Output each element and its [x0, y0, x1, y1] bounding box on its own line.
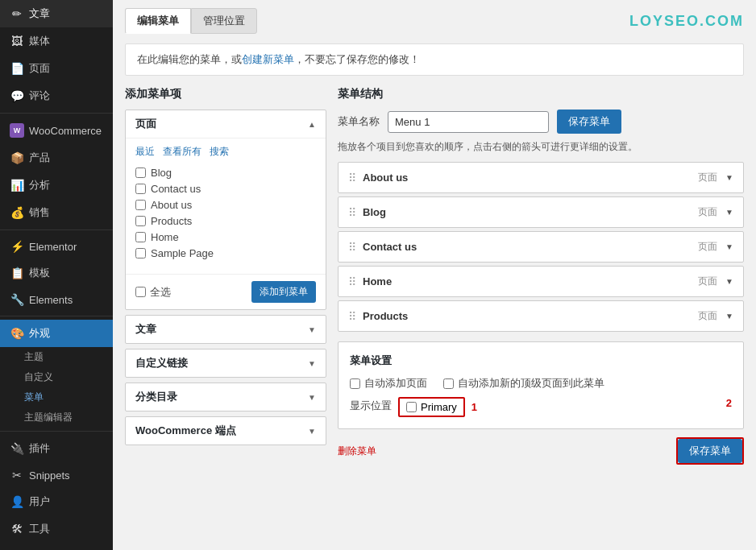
menu-name-input[interactable] [388, 111, 549, 133]
menu-footer: 删除菜单 保存菜单 [338, 437, 744, 465]
tab-manage-locations[interactable]: 管理位置 [191, 8, 257, 34]
posts-accordion-label: 文章 [135, 322, 156, 337]
sales-icon: 💰 [10, 206, 24, 219]
sidebar-item-settings[interactable]: ⚙ 设置 [0, 543, 113, 550]
menu-item-blog-toggle[interactable]: ▼ [725, 208, 733, 217]
menu-settings-title: 菜单设置 [350, 354, 732, 368]
sidebar-item-pages[interactable]: 📄 页面 [0, 55, 113, 82]
checkbox-sample-page-input[interactable] [135, 248, 146, 258]
sidebar-item-snippets[interactable]: ✂ Snippets [0, 462, 113, 488]
checkbox-blog[interactable]: Blog [135, 167, 316, 179]
custom-links-chevron: ▼ [308, 359, 316, 368]
checkbox-contact-us-label: Contact us [151, 183, 201, 195]
menu-item-about-us-toggle[interactable]: ▼ [725, 173, 733, 182]
plugins-icon: 🔌 [10, 442, 24, 455]
sidebar-item-sales[interactable]: 💰 销售 [0, 199, 113, 226]
checkbox-products[interactable]: Products [135, 215, 316, 227]
checkbox-products-input[interactable] [135, 216, 146, 226]
menu-item-products-type: 页面 [698, 309, 717, 323]
pages-tab-search[interactable]: 搜索 [210, 145, 229, 159]
sidebar-item-tools[interactable]: 🛠 工具 [0, 515, 113, 543]
custom-links-accordion-header[interactable]: 自定义链接 ▼ [126, 349, 326, 377]
left-panel-title: 添加菜单项 [125, 87, 326, 101]
sidebar-item-comments[interactable]: 💬 评论 [0, 82, 113, 110]
checkbox-home[interactable]: Home [135, 231, 316, 243]
menu-item-about-us-label: About us [363, 172, 408, 184]
sidebar-item-appearance[interactable]: 🎨 外观 [0, 320, 113, 347]
pages-accordion: 页面 ▲ 最近 查看所有 搜索 Blog [125, 110, 326, 310]
menu-item-about-us-type: 页面 [698, 171, 717, 184]
categories-accordion-label: 分类目录 [135, 390, 177, 404]
pages-tab-all[interactable]: 查看所有 [163, 145, 201, 159]
right-panel: 菜单结构 菜单名称 保存菜单 拖放各个项目到您喜欢的顺序，点击右侧的箭头可进行更… [338, 87, 744, 465]
menu-item-contact-us-toggle[interactable]: ▼ [725, 242, 733, 251]
auto-add-top-label[interactable]: 自动添加新的顶级页面到此菜单 [443, 376, 604, 391]
menu-item-contact-us-right: 页面 ▼ [698, 240, 733, 254]
select-all-text: 全选 [150, 285, 171, 300]
save-menu-button-bottom[interactable]: 保存菜单 [678, 439, 742, 463]
menu-item-products: ⠿ Products 页面 ▼ [338, 300, 744, 332]
primary-location-checkbox[interactable] [406, 402, 417, 412]
drag-handle-about-us[interactable]: ⠿ [348, 172, 356, 184]
menu-item-about-us-left: ⠿ About us [348, 172, 408, 184]
sidebar-item-media[interactable]: 🖼 媒体 [0, 27, 113, 55]
sidebar-item-elements[interactable]: 🔧 Elements [0, 287, 113, 312]
categories-accordion-header[interactable]: 分类目录 ▼ [126, 383, 326, 411]
auto-add-pages-label[interactable]: 自动添加页面 [350, 376, 427, 391]
checkbox-about-us[interactable]: About us [135, 199, 316, 211]
auto-add-pages-checkbox[interactable] [350, 378, 360, 389]
woocommerce-accordion-header[interactable]: WooCommerce 端点 ▼ [126, 417, 326, 445]
main-content: 编辑菜单 管理位置 LOYSEO.COM 在此编辑您的菜单，或创建新菜单，不要忘… [113, 0, 756, 550]
delete-menu-link[interactable]: 删除菜单 [338, 445, 376, 458]
tab-edit-menu[interactable]: 编辑菜单 [125, 8, 191, 34]
drag-handle-contact-us[interactable]: ⠿ [348, 241, 356, 254]
checkbox-about-us-input[interactable] [135, 200, 146, 210]
select-all-checkbox[interactable] [135, 287, 146, 297]
menu-item-products-toggle[interactable]: ▼ [725, 312, 733, 320]
sidebar-item-users[interactable]: 👤 用户 [0, 488, 113, 515]
menu-item-contact-us: ⠿ Contact us 页面 ▼ [338, 231, 744, 263]
sidebar-item-posts[interactable]: ✏ 文章 [0, 0, 113, 27]
menu-item-blog-right: 页面 ▼ [698, 205, 733, 219]
save-menu-button-top[interactable]: 保存菜单 [557, 110, 621, 134]
checkbox-contact-us[interactable]: Contact us [135, 183, 316, 195]
sidebar-item-elementor[interactable]: ⚡ Elementor [0, 234, 113, 259]
checkbox-blog-input[interactable] [135, 167, 146, 178]
menu-item-home-toggle[interactable]: ▼ [725, 277, 733, 286]
drag-handle-products[interactable]: ⠿ [348, 310, 356, 323]
sidebar-sub-menus[interactable]: 菜单 [0, 387, 113, 407]
menu-item-blog-label: Blog [363, 206, 386, 218]
select-all-label[interactable]: 全选 [135, 285, 171, 300]
auto-add-top-checkbox[interactable] [443, 378, 454, 389]
primary-location-label: Primary [421, 401, 457, 413]
menu-items-list: ⠿ About us 页面 ▼ ⠿ Blog 页面 ▼ [338, 162, 744, 332]
sidebar-item-woocommerce[interactable]: W WooCommerce [0, 117, 113, 144]
elementor-icon: ⚡ [10, 240, 24, 253]
sidebar-item-templates[interactable]: 📋 模板 [0, 259, 113, 287]
checkbox-home-input[interactable] [135, 232, 146, 242]
posts-accordion-header[interactable]: 文章 ▼ [126, 316, 326, 343]
add-to-menu-button[interactable]: 添加到菜单 [251, 281, 316, 303]
sidebar-sub-theme-editor[interactable]: 主题编辑器 [0, 407, 113, 428]
sidebar-item-plugins[interactable]: 🔌 插件 [0, 435, 113, 462]
drag-handle-home[interactable]: ⠿ [348, 275, 356, 288]
menu-item-blog-left: ⠿ Blog [348, 206, 386, 219]
checkbox-products-label: Products [151, 215, 192, 227]
pages-accordion-header[interactable]: 页面 ▲ [126, 110, 326, 138]
sidebar-item-analytics[interactable]: 📊 分析 [0, 172, 113, 199]
menu-item-blog-type: 页面 [698, 205, 717, 219]
tab-group: 编辑菜单 管理位置 [125, 8, 257, 34]
menu-item-home: ⠿ Home 页面 ▼ [338, 266, 744, 297]
columns: 添加菜单项 页面 ▲ 最近 查看所有 搜索 Blog [125, 87, 744, 465]
checkbox-sample-page[interactable]: Sample Page [135, 247, 316, 259]
sidebar-item-products[interactable]: 📦 产品 [0, 144, 113, 172]
sidebar-sub-customize[interactable]: 自定义 [0, 367, 113, 387]
pages-icon: 📄 [10, 62, 24, 75]
create-menu-link[interactable]: 创建新菜单 [242, 53, 294, 65]
divider-1 [0, 113, 113, 114]
checkbox-contact-us-input[interactable] [135, 184, 146, 194]
sidebar-sub-theme[interactable]: 主题 [0, 347, 113, 367]
pages-tab-recent[interactable]: 最近 [135, 145, 155, 159]
drag-handle-blog[interactable]: ⠿ [348, 206, 356, 219]
badge-2: 2 [726, 397, 732, 409]
